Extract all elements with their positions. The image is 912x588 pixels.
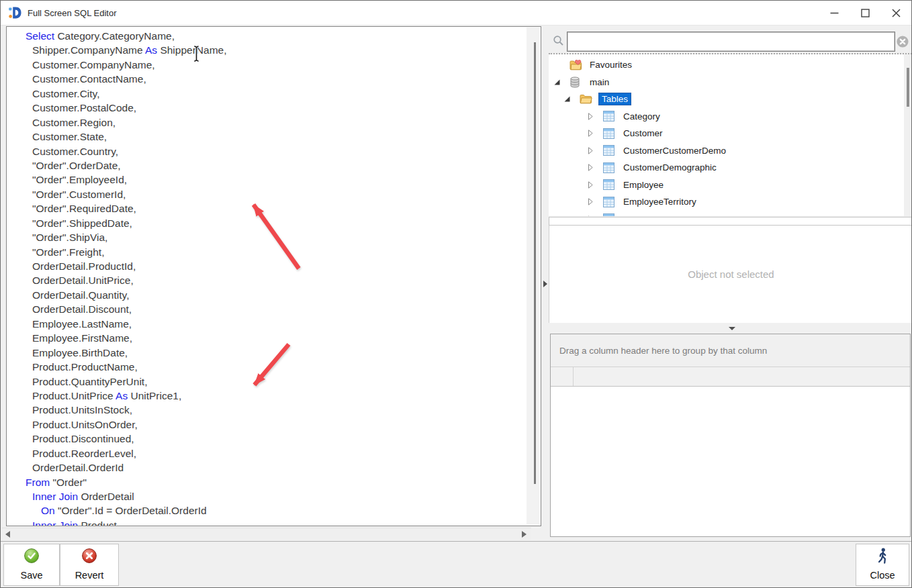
scroll-right-icon[interactable] — [522, 531, 527, 538]
sql-line: From "Order" — [7, 475, 526, 489]
expanded-expander-icon[interactable] — [563, 95, 580, 103]
revert-button[interactable]: Revert — [60, 544, 119, 586]
splitter-collapse-down-icon[interactable] — [729, 327, 735, 330]
tree-item-label: Customer — [623, 128, 663, 138]
grid-main-column-header[interactable] — [574, 367, 910, 386]
favourites-folder-icon — [569, 60, 584, 70]
editor-vertical-scrollbar-thumb[interactable] — [534, 42, 536, 484]
tree-item-label: main — [590, 77, 609, 87]
sql-line: Customer.City, — [7, 87, 526, 101]
sql-line: OrderDetail.Discount, — [7, 302, 526, 316]
sql-line: Inner Join OrderDetail — [7, 489, 526, 503]
scroll-left-icon[interactable] — [5, 531, 10, 538]
green-check-sphere-icon — [24, 548, 40, 564]
sql-line: OrderDetail.UnitPrice, — [7, 273, 526, 287]
collapsed-expander-icon[interactable] — [587, 163, 603, 172]
search-icon — [553, 35, 564, 46]
tree-item-customer[interactable]: Customer — [549, 125, 904, 142]
window-title: Full Screen SQL Editor — [28, 8, 116, 18]
tree-item-label: CustomerDemographic — [623, 162, 717, 173]
sql-line: OrderDetail.Quantity, — [7, 288, 526, 302]
collapsed-expander-icon[interactable] — [587, 197, 603, 206]
sql-line: Product.ReorderLevel, — [7, 446, 526, 460]
window-close-button[interactable] — [880, 1, 911, 26]
sql-line: "Order".CustomerId, — [7, 187, 526, 201]
tree-item-clipped[interactable] — [549, 211, 904, 217]
maximize-button[interactable] — [850, 1, 880, 26]
sql-line: Product.UnitsInStock, — [7, 403, 526, 417]
collapsed-expander-icon[interactable] — [587, 146, 603, 155]
sql-code: Select Category.CategoryName,Shipper.Com… — [7, 29, 526, 526]
clear-search-button[interactable] — [897, 36, 909, 48]
sql-line: "Order".OrderDate, — [7, 158, 526, 173]
close-label: Close — [870, 570, 895, 581]
group-by-drop-area[interactable]: Drag a column header here to group by th… — [551, 334, 910, 366]
clear-circle-icon — [897, 36, 909, 48]
tree-item-employeeterritory[interactable]: EmployeeTerritory — [549, 193, 904, 211]
collapsed-expander-icon[interactable] — [587, 112, 603, 121]
table-icon — [603, 213, 618, 216]
grid-indicator-column-header[interactable] — [551, 367, 574, 386]
sql-line: "Order".RequiredDate, — [7, 201, 526, 215]
expanded-expander-icon[interactable] — [553, 79, 569, 86]
save-button[interactable]: Save — [3, 544, 60, 586]
horizontal-splitter[interactable] — [549, 323, 912, 334]
tree-item-label: Category — [623, 111, 660, 121]
sql-line: Product.UnitsOnOrder, — [7, 418, 526, 432]
table-icon — [603, 111, 618, 121]
revert-label: Revert — [75, 570, 104, 581]
sql-line: On "Order".Id = OrderDetail.OrderId — [7, 503, 526, 518]
table-icon — [603, 145, 618, 156]
editor-horizontal-scrollbar[interactable] — [2, 528, 531, 540]
database-icon — [569, 77, 584, 88]
folder-open-icon — [580, 94, 594, 104]
columns-grid-panel: Drag a column header here to group by th… — [550, 334, 911, 537]
sql-line: Customer.State, — [7, 130, 526, 144]
table-icon — [603, 128, 618, 139]
tree-item-employee[interactable]: Employee — [549, 177, 904, 194]
tree-item-main[interactable]: main — [549, 74, 904, 91]
minimize-button[interactable] — [819, 1, 850, 26]
vertical-splitter[interactable] — [542, 26, 549, 526]
sql-line: OrderDetail.ProductId, — [7, 259, 526, 273]
close-x-icon — [892, 9, 901, 17]
tree-horizontal-scrollbar[interactable] — [549, 217, 912, 226]
tree-item-label: Tables — [598, 93, 631, 105]
splitter-collapse-icon[interactable] — [543, 281, 547, 287]
tree-item-label: CustomerCustomerDemo — [623, 146, 726, 156]
save-label: Save — [20, 570, 42, 581]
sql-editor[interactable]: Select Category.CategoryName,Shipper.Com… — [6, 26, 541, 526]
tree-item-label: EmployeeTerritory — [623, 197, 696, 207]
sql-line: Shipper.CompanyName As ShipperName, — [7, 43, 526, 57]
close-button[interactable]: Close — [856, 544, 909, 586]
sql-line: Inner Join Product — [7, 518, 526, 526]
table-icon — [603, 179, 618, 190]
tree-vertical-scrollbar-thumb[interactable] — [907, 68, 909, 107]
sql-line: "Order".Freight, — [7, 245, 526, 259]
sql-line: Product.UnitPrice As UnitPrice1, — [7, 389, 526, 403]
tree-item-customerdemographic[interactable]: CustomerDemographic — [549, 159, 904, 177]
tree-item-category[interactable]: Category — [549, 108, 904, 126]
sql-line: Customer.PostalCode, — [7, 101, 526, 115]
bottom-toolbar: Save Revert — [1, 541, 911, 588]
tree-item-customercustomerdemo[interactable]: CustomerCustomerDemo — [549, 142, 904, 160]
sql-line: Customer.CompanyName, — [7, 58, 526, 72]
sql-line: OrderDetail.OrderId — [7, 460, 526, 475]
tree-vertical-scrollbar[interactable] — [904, 54, 912, 216]
editor-vertical-scrollbar[interactable] — [527, 28, 540, 525]
sql-line: Customer.ContactName, — [7, 72, 526, 86]
collapsed-expander-icon[interactable] — [587, 215, 603, 216]
tree-item-label: Employee — [623, 180, 664, 190]
tree-item-tables[interactable]: Tables — [549, 91, 904, 108]
search-input[interactable] — [567, 32, 895, 52]
sql-line: Product.QuantityPerUnit, — [7, 375, 526, 389]
sql-line: Employee.FirstName, — [7, 331, 526, 345]
sql-line: Select Category.CategoryName, — [7, 29, 526, 43]
sql-line: Customer.Country, — [7, 144, 526, 158]
table-icon — [603, 162, 618, 173]
group-by-hint: Drag a column header here to group by th… — [559, 346, 767, 356]
sql-line: Employee.LastName, — [7, 317, 526, 331]
tree-item-favourites[interactable]: Favourites — [549, 56, 904, 74]
collapsed-expander-icon[interactable] — [587, 181, 603, 189]
collapsed-expander-icon[interactable] — [587, 129, 603, 138]
